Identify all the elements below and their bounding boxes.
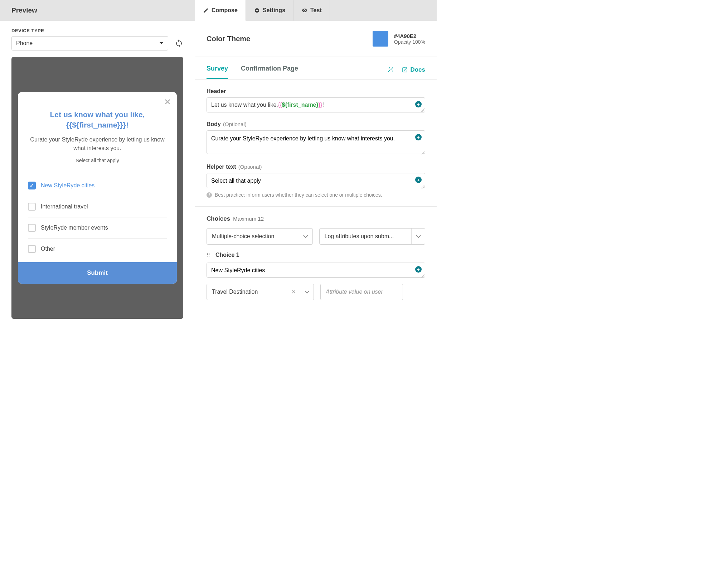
helper-optional: (Optional) bbox=[238, 164, 262, 170]
selection-type-value: Multiple-choice selection bbox=[207, 229, 299, 244]
tab-test-label: Test bbox=[310, 7, 322, 14]
device-type-value: Phone bbox=[16, 40, 33, 47]
survey-choice[interactable]: International travel bbox=[28, 196, 167, 217]
close-icon[interactable]: ✕ bbox=[164, 97, 171, 107]
info-icon: i bbox=[207, 192, 212, 198]
selection-type-select[interactable]: Multiple-choice selection bbox=[207, 228, 313, 245]
choices-title: Choices bbox=[207, 215, 230, 222]
preview-pane: Preview DEVICE TYPE Phone ✕ bbox=[0, 0, 195, 349]
survey-choice-list: New StyleRyde cities International trave… bbox=[28, 175, 167, 259]
log-attributes-select[interactable]: Log attributes upon subm... bbox=[319, 228, 426, 245]
checkbox-icon[interactable] bbox=[28, 182, 36, 189]
color-theme-title: Color Theme bbox=[207, 35, 250, 43]
eye-icon bbox=[302, 8, 307, 13]
chevron-down-icon[interactable] bbox=[411, 229, 425, 244]
device-type-select[interactable]: Phone bbox=[11, 36, 168, 51]
choice-1-attribute-value-input[interactable] bbox=[320, 284, 403, 300]
add-variable-icon[interactable]: + bbox=[415, 266, 422, 273]
sub-tab-confirmation[interactable]: Confirmation Page bbox=[241, 65, 298, 79]
chevron-down-icon[interactable] bbox=[299, 229, 312, 244]
docs-link[interactable]: Docs bbox=[402, 66, 425, 73]
caret-down-icon bbox=[159, 42, 164, 45]
checkbox-icon[interactable] bbox=[28, 245, 36, 253]
add-variable-icon[interactable]: + bbox=[415, 101, 422, 107]
editor-pane: Compose Settings Test Color Theme #4A90E… bbox=[195, 0, 437, 349]
drag-handle-icon[interactable]: ⠿ bbox=[207, 254, 210, 256]
clear-icon[interactable]: ✕ bbox=[287, 284, 300, 300]
device-type-label: DEVICE TYPE bbox=[11, 28, 183, 33]
header-label: Header bbox=[207, 88, 425, 95]
body-input[interactable] bbox=[207, 130, 425, 154]
device-type-field: DEVICE TYPE Phone bbox=[11, 28, 183, 51]
preview-title: Preview bbox=[11, 6, 37, 14]
docs-label: Docs bbox=[410, 66, 425, 73]
gear-icon bbox=[254, 8, 260, 13]
helper-input[interactable] bbox=[207, 173, 425, 188]
submit-button[interactable]: Submit bbox=[18, 262, 177, 284]
log-attributes-value: Log attributes upon subm... bbox=[320, 229, 412, 244]
color-opacity: Opacity 100% bbox=[394, 39, 425, 45]
checkbox-icon[interactable] bbox=[28, 203, 36, 211]
main-tabs: Compose Settings Test bbox=[195, 0, 437, 21]
phone-preview-frame: ✕ Let us know what you like, {{${first_n… bbox=[11, 57, 183, 319]
survey-body: Curate your StyleRyde experience by lett… bbox=[28, 135, 167, 153]
survey-card: ✕ Let us know what you like, {{${first_n… bbox=[18, 92, 177, 284]
tab-compose-label: Compose bbox=[212, 7, 238, 14]
pencil-icon bbox=[203, 8, 209, 13]
preview-header: Preview bbox=[0, 0, 195, 21]
color-swatch[interactable] bbox=[373, 31, 388, 47]
sub-tab-survey[interactable]: Survey bbox=[207, 65, 228, 79]
add-variable-icon[interactable]: + bbox=[415, 177, 422, 183]
choice-label: International travel bbox=[41, 203, 88, 210]
survey-choice[interactable]: StyleRyde member events bbox=[28, 217, 167, 239]
survey-title: Let us know what you like, {{${first_nam… bbox=[28, 109, 167, 130]
choice-1-input[interactable] bbox=[207, 263, 425, 278]
survey-choice[interactable]: New StyleRyde cities bbox=[28, 175, 167, 196]
choice-label: New StyleRyde cities bbox=[41, 182, 94, 189]
choice-label: Other bbox=[41, 246, 55, 252]
tab-compose[interactable]: Compose bbox=[195, 0, 246, 21]
tab-test[interactable]: Test bbox=[293, 0, 330, 21]
choice-1-attribute-select[interactable]: Travel Destination ✕ bbox=[207, 284, 314, 300]
refresh-icon[interactable] bbox=[175, 39, 183, 48]
tab-settings-label: Settings bbox=[263, 7, 285, 14]
tab-settings[interactable]: Settings bbox=[246, 0, 293, 21]
body-optional: (Optional) bbox=[223, 121, 247, 127]
choice-1-title: Choice 1 bbox=[215, 252, 239, 258]
add-variable-icon[interactable]: + bbox=[415, 134, 422, 140]
survey-helper: Select all that apply bbox=[28, 158, 167, 163]
body-label: Body bbox=[207, 121, 221, 128]
survey-choice[interactable]: Other bbox=[28, 239, 167, 259]
choice-1-attribute-value: Travel Destination bbox=[207, 284, 287, 300]
choices-max: Maximum 12 bbox=[233, 216, 264, 222]
choice-label: StyleRyde member events bbox=[41, 225, 108, 231]
header-input[interactable]: Let us know what you like, {{${first_nam… bbox=[207, 97, 425, 112]
helper-label: Helper text bbox=[207, 164, 236, 170]
external-link-icon bbox=[402, 67, 408, 73]
chevron-down-icon[interactable] bbox=[300, 284, 314, 300]
color-theme-row: Color Theme #4A90E2 Opacity 100% bbox=[195, 21, 437, 57]
magic-wand-icon[interactable] bbox=[387, 67, 394, 73]
checkbox-icon[interactable] bbox=[28, 224, 36, 232]
helper-hint: Best practice: inform users whether they… bbox=[215, 192, 382, 198]
color-hex: #4A90E2 bbox=[394, 33, 425, 39]
